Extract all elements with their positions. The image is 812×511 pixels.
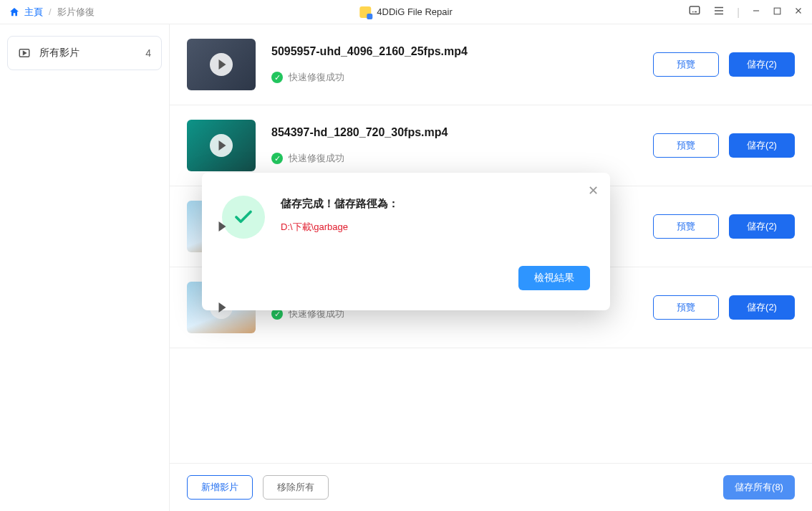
footer-bar: 新增影片 移除所有 儲存所有(8): [170, 463, 812, 511]
svg-rect-0: [690, 6, 700, 14]
remove-all-button[interactable]: 移除所有: [263, 475, 329, 500]
breadcrumb-home-label: 主頁: [24, 6, 43, 19]
save-button[interactable]: 儲存(2): [729, 52, 795, 77]
breadcrumb: 主頁 / 影片修復: [9, 6, 95, 19]
file-status: ✓ 快速修復成功: [271, 71, 637, 84]
save-button[interactable]: 儲存(2): [729, 295, 795, 320]
close-button[interactable]: [793, 6, 803, 18]
file-name: 5095957-uhd_4096_2160_25fps.mp4: [271, 45, 637, 58]
preview-button[interactable]: 預覽: [653, 52, 719, 77]
video-thumbnail[interactable]: [187, 120, 256, 171]
file-name: 854397-hd_1280_720_30fps.mp4: [271, 126, 637, 139]
window-controls-separator: |: [737, 6, 740, 18]
preview-button[interactable]: 預覽: [653, 133, 719, 158]
sidebar-item-all-videos[interactable]: 所有影片 4: [7, 36, 162, 70]
sidebar-item-count: 4: [145, 47, 151, 59]
video-thumbnail[interactable]: [187, 39, 256, 90]
svg-rect-1: [774, 8, 780, 14]
file-status-text: 快速修復成功: [289, 152, 344, 165]
add-video-button[interactable]: 新增影片: [187, 475, 253, 500]
save-complete-modal: ✕ 儲存完成！儲存路徑為： D:\下載\garbage 檢視結果: [202, 173, 610, 310]
view-result-button[interactable]: 檢視結果: [518, 266, 590, 290]
breadcrumb-current: 影片修復: [57, 6, 95, 19]
modal-title: 儲存完成！儲存路徑為：: [281, 197, 590, 211]
app-title-text: 4DDiG File Repair: [377, 6, 452, 17]
save-button[interactable]: 儲存(2): [729, 214, 795, 239]
feedback-icon[interactable]: [688, 4, 701, 19]
save-all-button[interactable]: 儲存所有(8): [723, 475, 795, 500]
video-icon: [18, 47, 31, 59]
file-status-text: 快速修復成功: [289, 71, 344, 84]
preview-button[interactable]: 預覽: [653, 214, 719, 239]
titlebar: 主頁 / 影片修復 4DDiG File Repair |: [0, 0, 812, 24]
breadcrumb-separator: /: [49, 6, 52, 17]
success-icon: [222, 196, 265, 239]
file-row: 5095957-uhd_4096_2160_25fps.mp4 ✓ 快速修復成功…: [170, 24, 812, 105]
home-icon: [9, 6, 20, 18]
window-controls: |: [688, 4, 803, 19]
success-check-icon: ✓: [271, 72, 283, 83]
sidebar-item-label: 所有影片: [39, 47, 79, 59]
modal-close-button[interactable]: ✕: [588, 183, 599, 199]
breadcrumb-home[interactable]: 主頁: [9, 6, 43, 19]
modal-save-path: D:\下載\garbage: [281, 221, 590, 234]
menu-icon[interactable]: [712, 4, 725, 19]
maximize-button[interactable]: [773, 6, 782, 18]
save-button[interactable]: 儲存(2): [729, 133, 795, 158]
sidebar: 所有影片 4: [0, 24, 169, 511]
preview-button[interactable]: 預覽: [653, 295, 719, 320]
app-logo-icon: [359, 6, 371, 18]
app-title: 4DDiG File Repair: [359, 6, 452, 18]
success-check-icon: ✓: [271, 153, 283, 164]
minimize-button[interactable]: [751, 6, 761, 18]
file-status: ✓ 快速修復成功: [271, 152, 637, 165]
